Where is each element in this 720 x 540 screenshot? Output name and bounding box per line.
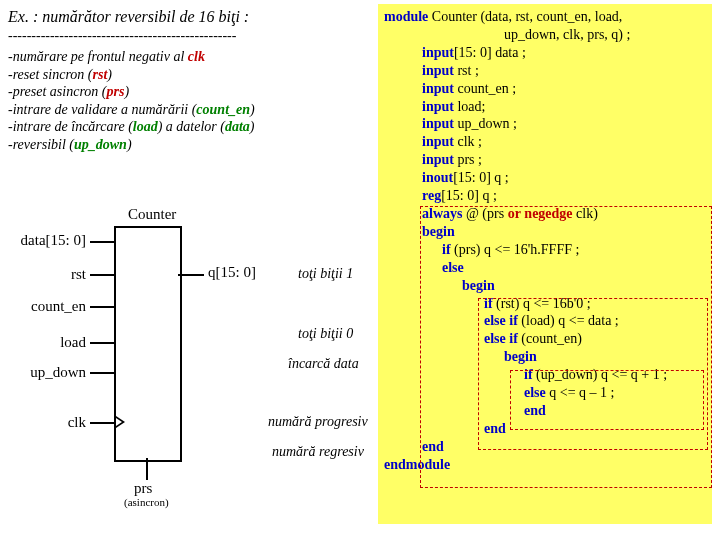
annot-all-zeros: toţi biţii 0 [298,326,353,342]
pin-clk-label: clk [8,414,86,431]
spec-line-3: -preset asincron (prs) [8,83,368,101]
code-begin3: begin [384,348,706,366]
example-title: Ex. : numărător reversibil de 16 biţi : [8,8,368,26]
code-end3: end [384,402,706,420]
code-port-load: input load; [384,98,706,116]
code-port-q: inout[15: 0] q ; [384,169,706,187]
pin-q-line [178,274,204,276]
pin-data-line [90,241,114,243]
pin-rst-label: rst [8,266,86,283]
pin-updown-line [90,372,114,374]
code-reg-q: reg[15: 0] q ; [384,187,706,205]
code-port-ce: input count_en ; [384,80,706,98]
code-always: always @ (prs or negedge clk) [384,205,706,223]
pin-prs-line [146,458,148,480]
pin-q-label: q[15: 0] [208,264,256,281]
spec-line-4: -intrare de validare a numărării (count_… [8,101,368,119]
pin-data-label: data[15: 0] [8,232,86,249]
spec-line-6: -reversibil (up_down) [8,136,368,154]
annot-count-up: numără progresiv [268,414,368,430]
pin-prs-label: prs [134,480,152,497]
pin-load-label: load [8,334,86,351]
pin-counten-line [90,306,114,308]
code-begin1: begin [384,223,706,241]
pin-rst-line [90,274,114,276]
spec-list: -numărare pe frontul negativ al clk -res… [8,48,368,153]
annot-count-down: numără regresiv [272,444,364,460]
code-if-ud: if (up_down) q <= q + 1 ; [384,366,706,384]
pin-counten-label: count_en [8,298,86,315]
pin-updown-label: up_down [8,364,86,381]
code-elseif-load: else if (load) q <= data ; [384,312,706,330]
code-port-clk: input clk ; [384,133,706,151]
code-else1: else [384,259,706,277]
code-elseif-ce: else if (count_en) [384,330,706,348]
code-if-rst: if (rst) q <= 16b'0 ; [384,295,706,313]
verilog-code: module Counter (data, rst, count_en, loa… [378,4,712,524]
code-port-prs: input prs ; [384,151,706,169]
pin-prs-note: (asincron) [124,496,169,508]
spec-line-2: -reset sincron (rst) [8,66,368,84]
pin-clk-line [90,422,114,424]
code-module-decl: module Counter (data, rst, count_en, loa… [384,8,706,26]
pin-load-line [90,342,114,344]
annot-all-ones: toţi biţii 1 [298,266,353,282]
clk-edge-icon [116,416,125,428]
code-port-ud: input up_down ; [384,115,706,133]
code-if-prs: if (prs) q <= 16'h.FFFF ; [384,241,706,259]
left-column: Ex. : numărător reversibil de 16 biţi : … [8,8,368,153]
counter-block-label: Counter [128,206,176,223]
spec-line-1: -numărare pe frontul negativ al clk [8,48,368,66]
code-begin2: begin [384,277,706,295]
code-end1: end [384,438,706,456]
code-end2: end [384,420,706,438]
code-endmodule: endmodule [384,456,706,474]
code-port-data: input[15: 0] data ; [384,44,706,62]
annot-load-data: încarcă data [288,356,359,372]
spec-line-5: -intrare de încărcare (load) a datelor (… [8,118,368,136]
block-diagram: Counter data[15: 0] rst count_en load up… [8,206,378,516]
code-port-rst: input rst ; [384,62,706,80]
code-else-dec: else q <= q – 1 ; [384,384,706,402]
code-module-decl2: up_down, clk, prs, q) ; [384,26,706,44]
divider-dashes: ----------------------------------------… [8,28,368,44]
